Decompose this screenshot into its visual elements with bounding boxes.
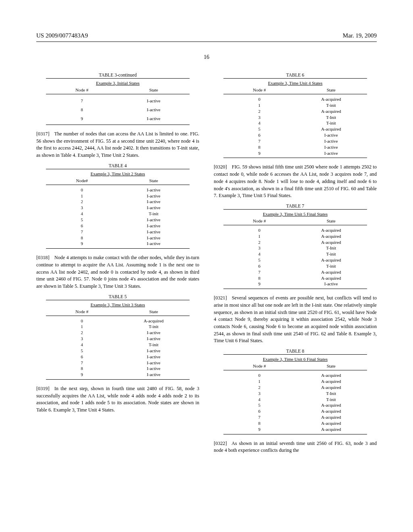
- table-5: Example 3, Time Unit 3 States Node # Sta…: [46, 300, 190, 380]
- table-row: 4T-init: [223, 120, 367, 126]
- col-node: Node #: [223, 364, 295, 368]
- table-5-head: Node # State: [46, 308, 190, 315]
- table-row: 3I-active: [46, 205, 190, 211]
- content-columns: TABLE 3-continued Example 3, Initial Sta…: [36, 69, 377, 458]
- table-row: 0A-acquired: [223, 227, 367, 233]
- table-7-body: 0A-acquired 1A-acquired 2A-acquired 3T-I…: [223, 226, 367, 289]
- table-row: 9I-active: [46, 241, 190, 247]
- table-4-title: TABLE 4: [36, 163, 199, 168]
- col-node: Node #: [223, 87, 295, 92]
- page: US 2009/0077483A9 Mar. 19, 2009 16 TABLE…: [0, 0, 413, 474]
- table-8: Example 3, Time Unit 6 Final States Node…: [223, 354, 367, 434]
- table-row: 9I-active: [46, 114, 190, 123]
- table-row: 1A-acquired: [223, 233, 367, 239]
- table-row: 3T-Init: [223, 391, 367, 397]
- publication-date: Mar. 19, 2009: [343, 32, 377, 39]
- table-6: Example 3, Time Unit 4 States Node # Sta…: [223, 78, 367, 158]
- table-8-head: Node # State: [223, 362, 367, 370]
- col-state: State: [295, 218, 367, 223]
- table-8-sub: Example 3, Time Unit 6 Final States: [223, 355, 367, 362]
- table-row: 5I-active: [46, 348, 190, 354]
- header-rule: [36, 42, 377, 42]
- table-row: 0A-acquired: [46, 318, 190, 324]
- table-5-sub: Example 3, Time Unit 3 States: [46, 300, 190, 308]
- table-7-head: Node # State: [223, 217, 367, 224]
- table-row: 4T-init: [223, 397, 367, 403]
- table-row: 7A-acquired: [223, 414, 367, 420]
- col-state: State: [118, 87, 190, 92]
- table-row: 0A-acquired: [223, 372, 367, 378]
- table-3: Example 3, Initial States Node # State 7…: [46, 78, 190, 125]
- table-row: 7I-active: [223, 138, 367, 144]
- table-row: 6I-active: [46, 354, 190, 360]
- table-row: 8I-active: [46, 366, 190, 372]
- table-3-sub: Example 3, Initial States: [46, 79, 190, 86]
- table-3-body: 7I-active 8I-active 9I-active: [46, 95, 190, 125]
- table-row: 1A-acquired: [223, 378, 367, 384]
- table-row: 9I-active: [223, 150, 367, 156]
- publication-number: US 2009/0077483A9: [36, 32, 88, 39]
- table-row: 8A-acquired: [223, 420, 367, 426]
- table-row: 1I-active: [46, 193, 190, 199]
- col-node: Node #: [223, 218, 295, 223]
- col-node: Node#: [46, 178, 118, 183]
- table-4: Example 3, Time Unit 2 States Node# Stat…: [46, 169, 190, 249]
- table-row: 3T-Init: [223, 114, 367, 121]
- table-8-body: 0A-acquired 1A-acquired 2A-acquired 3T-I…: [223, 371, 367, 434]
- left-column: TABLE 3-continued Example 3, Initial Sta…: [36, 69, 199, 458]
- table-row: 5A-acquired: [223, 126, 367, 132]
- table-row: 5A-acquired: [223, 257, 367, 263]
- table-6-body: 0A-acquired 1T-init 2A-acquired 3T-Init …: [223, 95, 367, 158]
- table-row: 2I-active: [46, 330, 190, 336]
- table-row: 3T-Init: [223, 245, 367, 251]
- table-7-sub: Example 3, Time Unit 5 Final States: [223, 210, 367, 217]
- table-row: 2A-acquired: [223, 384, 367, 391]
- table-4-sub: Example 3, Time Unit 2 States: [46, 169, 190, 177]
- para-0320: [0320] FIG. 59 shows initial fifth time …: [214, 164, 377, 199]
- table-row: 0I-active: [46, 187, 190, 193]
- para-0321: [0321] Several sequences of events are p…: [214, 295, 377, 345]
- table-4-head: Node# State: [46, 177, 190, 184]
- table-row: 6T-init: [223, 263, 367, 269]
- table-row: 6I-active: [46, 223, 190, 229]
- table-row: 7A-acquired: [223, 269, 367, 275]
- table-5-title: TABLE 5: [36, 294, 199, 299]
- col-state: State: [295, 364, 367, 368]
- table-row: 8A-acquired: [223, 275, 367, 281]
- page-number: 16: [36, 54, 377, 60]
- table-5-body: 0A-acquired 1T-init 2I-active 3I-active …: [46, 316, 190, 379]
- table-row: 9I-active: [223, 281, 367, 287]
- table-3-head: Node # State: [46, 86, 190, 94]
- para-0317: [0317] The number of nodes that can acce…: [36, 131, 199, 159]
- table-row: 2I-active: [46, 199, 190, 205]
- table-row: 6I-active: [223, 132, 367, 138]
- table-row: 4T-init: [46, 342, 190, 348]
- table-row: 8I-active: [46, 235, 190, 241]
- table-6-title: TABLE 6: [214, 73, 377, 77]
- table-row: 4T-init: [46, 211, 190, 217]
- table-row: 8I-active: [46, 105, 190, 114]
- table-6-head: Node # State: [223, 86, 367, 94]
- table-6-sub: Example 3, Time Unit 4 States: [223, 79, 367, 86]
- para-0322: [0322] As shown in an initial seventh ti…: [214, 440, 377, 454]
- table-row: 9A-acquired: [223, 426, 367, 432]
- table-row: 7I-active: [46, 360, 190, 366]
- para-0318: [0318] Node 4 attempts to make contact w…: [36, 254, 199, 290]
- table-row: 3I-active: [46, 336, 190, 342]
- table-row: 1T-init: [223, 102, 367, 108]
- table-row: 7I-active: [46, 229, 190, 235]
- table-row: 5I-active: [46, 217, 190, 223]
- page-header: US 2009/0077483A9 Mar. 19, 2009: [36, 32, 377, 39]
- table-row: 2A-acquired: [223, 239, 367, 245]
- table-3-title: TABLE 3-continued: [36, 73, 199, 77]
- col-state: State: [118, 309, 190, 314]
- table-4-body: 0I-active 1I-active 2I-active 3I-active …: [46, 185, 190, 248]
- col-state: State: [118, 178, 190, 183]
- table-row: 2A-acquired: [223, 108, 367, 114]
- table-row: 8I-active: [223, 144, 367, 150]
- table-row: 9I-active: [46, 372, 190, 378]
- table-row: 1T-init: [46, 324, 190, 330]
- table-7: Example 3, Time Unit 5 Final States Node…: [223, 209, 367, 289]
- col-state: State: [295, 87, 367, 92]
- table-row: 4T-init: [223, 251, 367, 257]
